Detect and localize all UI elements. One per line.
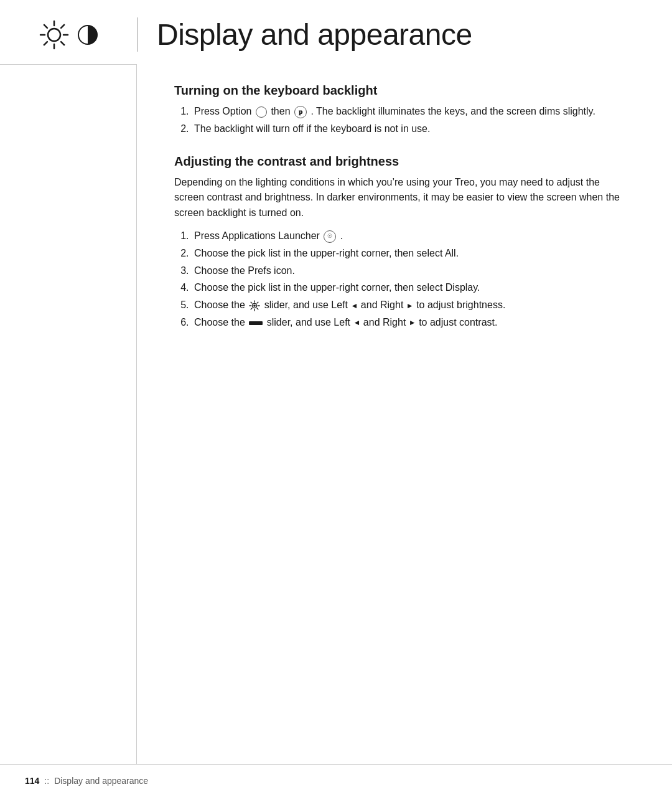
footer-separator: :: <box>44 776 49 786</box>
contrast-step-3: Choose the Prefs icon. <box>192 263 622 279</box>
step1-text-before: Press Option <box>194 106 254 116</box>
page-header: Display and appearance <box>0 0 672 64</box>
inline-sun-icon <box>249 300 260 311</box>
svg-line-8 <box>44 42 47 45</box>
contrast-step2-text: Choose the pick list in the upper-right … <box>194 248 459 258</box>
svg-line-6 <box>61 42 64 45</box>
contrast-icon <box>77 24 99 46</box>
svg-line-18 <box>251 308 252 309</box>
step1-text-after: . The backlight illuminates the keys, an… <box>310 106 595 116</box>
svg-line-16 <box>257 308 258 309</box>
contrast-step-1: Press Applications Launcher ☉ . <box>192 229 622 244</box>
right-arrow-brightness: ► <box>406 300 414 312</box>
option-key-icon <box>256 106 267 118</box>
footer-text: Display and appearance <box>54 776 148 786</box>
backlight-heading: Turning on the keyboard backlight <box>174 83 622 98</box>
backlight-key-icon: 𝐩 <box>294 106 307 118</box>
step1-text-middle: then <box>271 106 293 116</box>
contrast-step-6: Choose the slider, and use Left ◄ and Ri… <box>192 315 622 331</box>
contrast-step6-end: to adjust contrast. <box>419 317 497 328</box>
footer-page-number: 114 <box>25 776 39 786</box>
apps-launcher-icon: ☉ <box>324 230 336 243</box>
page-footer: 114 :: Display and appearance <box>0 764 672 797</box>
contrast-step1-period: . <box>340 230 343 241</box>
page-title: Display and appearance <box>157 17 472 52</box>
svg-line-5 <box>44 24 47 27</box>
right-arrow-contrast: ► <box>409 317 416 329</box>
contrast-heading: Adjusting the contrast and brightness <box>174 154 622 169</box>
step2-text: The backlight will turn off if the keybo… <box>194 123 430 134</box>
contrast-step5-middle: slider, and use Left <box>264 299 351 310</box>
svg-line-17 <box>257 302 258 303</box>
content-area: Turning on the keyboard backlight Press … <box>137 65 672 764</box>
backlight-step-1: Press Option then 𝐩 . The backlight illu… <box>192 104 622 120</box>
sun-icon <box>38 19 70 51</box>
backlight-step-2: The backlight will turn off if the keybo… <box>192 121 622 137</box>
sidebar <box>0 65 137 764</box>
contrast-step5-end: to adjust brightness. <box>416 299 505 310</box>
main-layout: Turning on the keyboard backlight Press … <box>0 65 672 764</box>
contrast-step3-text: Choose the Prefs icon. <box>194 265 295 276</box>
inline-contrast-icon <box>249 319 263 327</box>
header-divider <box>137 17 138 52</box>
svg-point-19 <box>253 304 256 307</box>
backlight-steps: Press Option then 𝐩 . The backlight illu… <box>192 104 622 137</box>
svg-line-15 <box>251 302 252 303</box>
header-left-icons <box>0 19 137 51</box>
contrast-step5-before: Choose the <box>194 299 248 310</box>
contrast-steps: Press Applications Launcher ☉ . Choose t… <box>192 229 622 331</box>
contrast-step-2: Choose the pick list in the upper-right … <box>192 246 622 262</box>
left-arrow-brightness: ◄ <box>351 300 358 312</box>
contrast-step-5: Choose the s <box>192 298 622 313</box>
contrast-paragraph: Depending on the lighting conditions in … <box>174 175 622 221</box>
contrast-step6-middle: slider, and use Left <box>267 317 353 328</box>
contrast-step4-text: Choose the pick list in the upper-right … <box>194 282 480 293</box>
svg-point-0 <box>48 29 60 41</box>
left-arrow-contrast: ◄ <box>353 317 361 329</box>
contrast-step6-after: and Right <box>363 317 409 328</box>
svg-rect-20 <box>249 321 263 325</box>
contrast-step-4: Choose the pick list in the upper-right … <box>192 280 622 296</box>
contrast-step1-text: Press Applications Launcher <box>194 230 322 241</box>
svg-line-7 <box>61 24 64 27</box>
contrast-step5-after: and Right <box>361 299 406 310</box>
contrast-step6-before: Choose the <box>194 317 248 328</box>
